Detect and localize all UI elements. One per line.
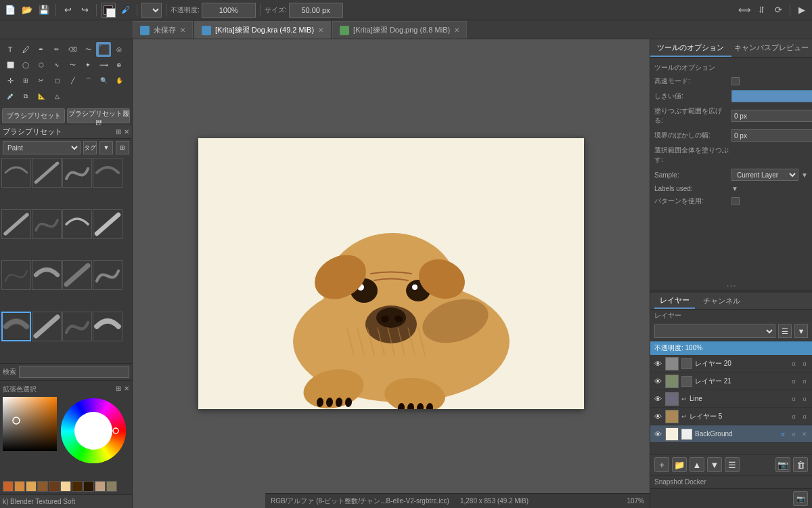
tab-close-unsaved[interactable]: ✕	[180, 26, 185, 34]
layer-menu-icon[interactable]: ☰	[778, 324, 792, 338]
color-close-icon[interactable]: ✕	[124, 385, 129, 394]
opacity-input[interactable]	[202, 3, 256, 18]
tab-layer[interactable]: レイヤー	[654, 293, 695, 309]
line-icon[interactable]: ╱	[65, 73, 80, 88]
brush-preset-6[interactable]	[32, 209, 62, 239]
high-speed-checkbox[interactable]	[731, 77, 740, 85]
swatch-10[interactable]	[106, 481, 117, 492]
crop-icon[interactable]: ✂	[34, 73, 49, 88]
brush-preset-1[interactable]	[1, 158, 31, 188]
swatch-4[interactable]	[37, 481, 48, 492]
tab-dog-kra[interactable]: [Krita]練習 Dog.kra (49.2 MiB) ✕	[194, 21, 331, 39]
move-icon[interactable]: ✛	[3, 73, 18, 88]
tab-canvas-preview[interactable]: キャンバスプレビュー	[731, 39, 813, 57]
layer-vis-20[interactable]: 👁	[653, 359, 662, 368]
pan-icon[interactable]: ✋	[112, 73, 127, 88]
calligraphy-icon[interactable]: 🖊	[18, 42, 33, 57]
sample-filter-icon[interactable]: ▼	[801, 171, 808, 179]
brush-grid-view-icon[interactable]: ⊞	[116, 141, 129, 154]
snapshot-camera-btn[interactable]: 📷	[793, 491, 808, 506]
transform-icon[interactable]: ⊞	[18, 73, 33, 88]
swatch-8[interactable]	[83, 481, 94, 492]
canvas-container[interactable]	[198, 138, 584, 409]
play-icon[interactable]: ▶	[794, 3, 809, 18]
freehand-select-icon[interactable]: 〜	[65, 58, 80, 72]
layer-delete-btn[interactable]: 🗑	[793, 457, 808, 472]
smudge-icon[interactable]: 〜	[81, 42, 95, 57]
similar-select-icon[interactable]: ⟿	[96, 58, 111, 72]
labels-filter-icon[interactable]: ▼	[731, 185, 738, 192]
layer-filter-icon[interactable]: ▼	[794, 324, 808, 338]
redo-icon[interactable]: ↪	[77, 3, 92, 18]
contiguous-select-icon[interactable]: ✦	[81, 58, 95, 72]
brush-tool-icon[interactable]: 🖌	[118, 3, 133, 18]
tab-channel[interactable]: チャンネル	[698, 293, 746, 309]
pen-icon[interactable]: ✒	[34, 42, 49, 57]
dog-canvas[interactable]	[198, 138, 584, 409]
add-layer-btn[interactable]: +	[654, 457, 669, 472]
layer-vis-5[interactable]: 👁	[653, 412, 662, 421]
layer-inherit-alpha-21[interactable]: α	[800, 377, 809, 386]
tab-tool-options[interactable]: ツールのオプション	[650, 39, 731, 57]
layer-row-background[interactable]: 👁 BackGround α α ✕	[650, 425, 812, 443]
layer-flatten-btn[interactable]: ☰	[725, 457, 740, 472]
color-settings-icon[interactable]: ⊞	[116, 385, 121, 394]
brush-preset-11[interactable]	[62, 260, 92, 290]
assistant-icon[interactable]: △	[49, 89, 64, 104]
swatch-3[interactable]	[26, 481, 37, 492]
open-file-icon[interactable]: 📂	[20, 3, 35, 18]
ellipse-select-icon[interactable]: ◯	[18, 58, 33, 72]
layer-row-line[interactable]: 👁 ↩ Line α α	[650, 390, 812, 408]
brush-preset-3[interactable]	[62, 158, 92, 188]
layer-alpha-lock-line[interactable]: α	[789, 394, 798, 404]
layer-row-20[interactable]: 👁 レイヤー 20 α α	[650, 355, 812, 373]
layer-inherit-alpha-bg[interactable]: α	[789, 429, 798, 439]
layer-alpha-lock-bg[interactable]: α	[778, 429, 788, 439]
brush-preset-16[interactable]	[93, 312, 122, 341]
layer-inherit-alpha-line[interactable]: α	[800, 394, 809, 404]
layer-delete-bg[interactable]: ✕	[800, 429, 809, 439]
blend-mode-select[interactable]: 通常	[141, 3, 162, 18]
mirror-h-icon[interactable]: ⟺	[737, 3, 752, 18]
tab-close-dog-kra[interactable]: ✕	[318, 26, 323, 34]
sample-select[interactable]: Current Layer	[731, 169, 798, 181]
save-file-icon[interactable]: 💾	[37, 3, 51, 18]
layer-inherit-alpha-5[interactable]: α	[800, 412, 809, 421]
brush-preset-9[interactable]	[1, 260, 31, 290]
swatch-2[interactable]	[14, 481, 25, 492]
fill-icon[interactable]: ⬛	[96, 42, 111, 57]
layer-alpha-lock-21[interactable]: α	[789, 377, 798, 386]
color-wheel-container[interactable]	[60, 397, 129, 478]
brush-tag-icon[interactable]: ▼	[99, 141, 113, 154]
swatch-5[interactable]	[49, 481, 60, 492]
magnetic-select-icon[interactable]: ⊕	[112, 58, 127, 72]
brush-preset-10[interactable]	[32, 260, 62, 290]
brush-preset-5[interactable]	[1, 209, 31, 239]
add-group-btn[interactable]: 📁	[672, 457, 687, 472]
brush-preset-8[interactable]	[93, 209, 122, 239]
shape-icon[interactable]: ◻	[49, 73, 64, 88]
layer-inherit-alpha-20[interactable]: α	[800, 359, 809, 368]
eraser-icon[interactable]: ⌫	[65, 42, 80, 57]
brush-settings-icon[interactable]: ⊞	[116, 128, 121, 135]
bezier-icon[interactable]: ⌒	[81, 73, 95, 88]
swatch-9[interactable]	[95, 481, 106, 492]
brush-preset-7[interactable]	[62, 209, 92, 239]
feather-input[interactable]	[731, 129, 812, 142]
expand-input[interactable]	[731, 110, 812, 122]
brush-presets-btn[interactable]: ブラシプリセット	[2, 108, 65, 123]
layer-vis-21[interactable]: 👁	[653, 377, 662, 386]
polygon-select-icon[interactable]: ⬡	[34, 58, 49, 72]
color-wheel-canvas[interactable]	[60, 397, 127, 465]
swatch-6[interactable]	[60, 481, 71, 492]
undo-icon[interactable]: ↩	[60, 3, 75, 18]
tab-unsaved[interactable]: 未保存 ✕	[133, 21, 193, 39]
brush-preset-4[interactable]	[93, 158, 122, 188]
canvas-area[interactable]: RGB/アルファ (8-ビット整数/チャン...B-elle-V2-srgbtr…	[133, 39, 650, 508]
layer-up-btn[interactable]: ▲	[690, 457, 704, 472]
mirror-v-icon[interactable]: ⥯	[754, 3, 769, 18]
brush-preset-14[interactable]	[32, 312, 62, 341]
layer-vis-line[interactable]: 👁	[653, 394, 662, 404]
rotate-icon[interactable]: ⟳	[771, 3, 786, 18]
brush-preset-15[interactable]	[62, 312, 92, 341]
